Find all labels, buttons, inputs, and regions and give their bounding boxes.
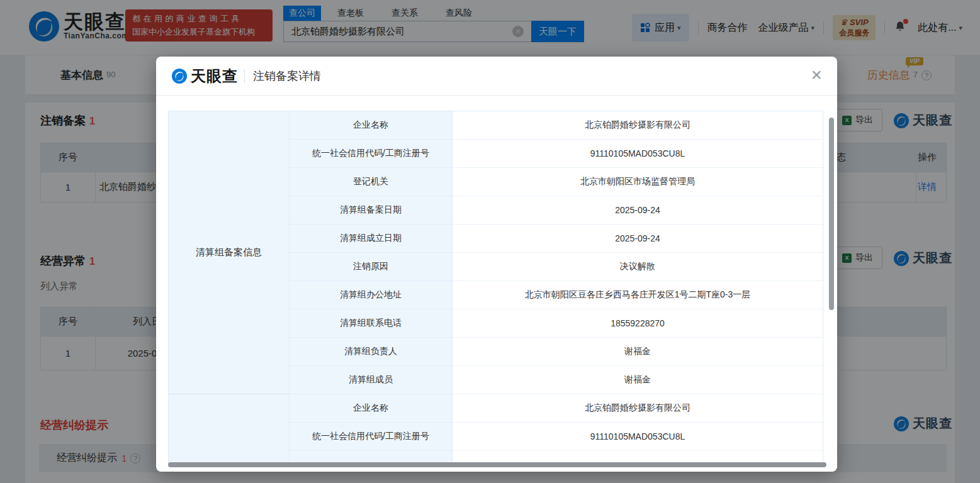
detail-label: 统一社会信用代码/工商注册号: [290, 140, 453, 168]
detail-value: [453, 451, 823, 464]
detail-value: 决议解散: [453, 253, 823, 281]
detail-row: 统一社会信用代码/工商注册号91110105MAD053CU8L: [290, 140, 823, 168]
detail-row: 清算组负责人谢福金: [290, 338, 823, 366]
detail-value: 谢福金: [453, 338, 823, 366]
detail-value: 18559228270: [453, 309, 823, 338]
modal-vertical-scrollbar[interactable]: [829, 118, 834, 310]
close-icon[interactable]: ×: [811, 65, 822, 84]
detail-label: 清算组成立日期: [290, 225, 453, 253]
detail-value: 北京铂爵婚纱摄影有限公司: [453, 111, 823, 140]
detail-value: 91110105MAD053CU8L: [453, 423, 823, 451]
detail-value: 北京市朝阳区市场监督管理局: [453, 168, 823, 196]
detail-label: 统一社会信用代码/工商注册号: [290, 423, 453, 451]
modal-brand: 天眼查: [191, 66, 238, 86]
detail-label: 清算组负责人: [290, 338, 453, 366]
screen: 天眼查 TianYanCha.com 都在用的商业查询工具 国家中小企业发展子基…: [0, 0, 980, 483]
detail-label: 登记机关: [290, 168, 453, 196]
detail-row: 注销原因决议解散: [290, 253, 823, 281]
tianyancha-logo-icon: [172, 69, 187, 84]
group-label-cell: 清算组备案信息: [169, 111, 290, 394]
detail-value: 北京铂爵婚纱摄影有限公司: [453, 394, 823, 423]
detail-row: 清算组成员谢福金: [290, 366, 823, 394]
detail-label: 企业名称: [290, 394, 453, 423]
group-rows: 企业名称北京铂爵婚纱摄影有限公司统一社会信用代码/工商注册号91110105MA…: [290, 111, 823, 394]
detail-row: 清算组联系电话18559228270: [290, 309, 823, 338]
cancellation-detail-modal: 天眼查 注销备案详情 × 清算组备案信息企业名称北京铂爵婚纱摄影有限公司统一社会…: [156, 57, 837, 472]
detail-value: 2025-09-24: [453, 225, 823, 253]
detail-value: 北京市朝阳区豆各庄乡西马各庄开发区1号二期T座0-3一层: [453, 281, 823, 309]
detail-row: 企业名称北京铂爵婚纱摄影有限公司: [290, 394, 823, 423]
modal-title: 注销备案详情: [253, 69, 321, 84]
group-label-cell: [169, 394, 290, 464]
group-rows: 企业名称北京铂爵婚纱摄影有限公司统一社会信用代码/工商注册号91110105MA…: [290, 394, 823, 464]
detail-label: 注销原因: [290, 253, 453, 281]
divider: [244, 69, 245, 83]
detail-value: 2025-09-24: [453, 196, 823, 225]
detail-row: 清算组备案日期2025-09-24: [290, 196, 823, 225]
detail-label: [290, 451, 453, 464]
detail-group-2: 企业名称北京铂爵婚纱摄影有限公司统一社会信用代码/工商注册号91110105MA…: [169, 394, 823, 464]
detail-label: 清算组办公地址: [290, 281, 453, 309]
detail-row: 统一社会信用代码/工商注册号91110105MAD053CU8L: [290, 423, 823, 451]
detail-value: 谢福金: [453, 366, 823, 394]
detail-label: 清算组成员: [290, 366, 453, 394]
detail-row: 清算组成立日期2025-09-24: [290, 225, 823, 253]
modal-header: 天眼查 注销备案详情 ×: [156, 57, 837, 96]
detail-label: 企业名称: [290, 111, 453, 140]
modal-horizontal-scrollbar[interactable]: [168, 462, 826, 467]
detail-label: 清算组备案日期: [290, 196, 453, 225]
detail-value: 91110105MAD053CU8L: [453, 140, 823, 168]
detail-row: 登记机关北京市朝阳区市场监督管理局: [290, 168, 823, 196]
detail-row: 企业名称北京铂爵婚纱摄影有限公司: [290, 111, 823, 140]
detail-label: 清算组联系电话: [290, 309, 453, 338]
detail-table: 清算组备案信息企业名称北京铂爵婚纱摄影有限公司统一社会信用代码/工商注册号911…: [168, 111, 823, 464]
detail-group-1: 清算组备案信息企业名称北京铂爵婚纱摄影有限公司统一社会信用代码/工商注册号911…: [169, 111, 823, 394]
detail-row: 清算组办公地址北京市朝阳区豆各庄乡西马各庄开发区1号二期T座0-3一层: [290, 281, 823, 309]
detail-row-clipped: [290, 451, 823, 464]
